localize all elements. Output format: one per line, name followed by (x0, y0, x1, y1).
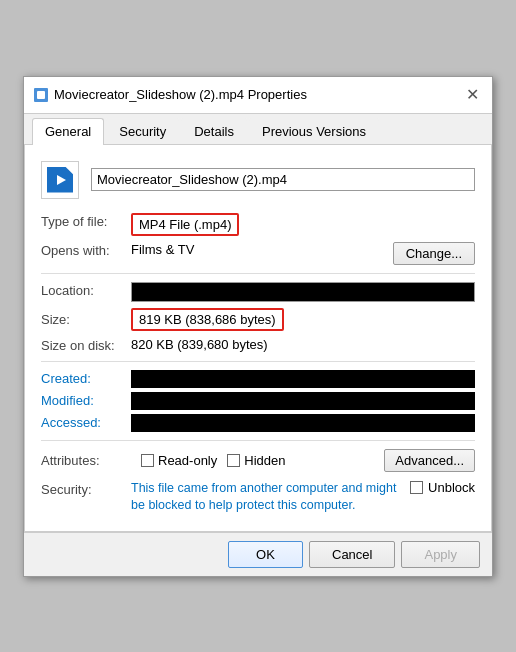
hidden-checkbox-label[interactable]: Hidden (227, 453, 285, 468)
tab-details[interactable]: Details (181, 118, 247, 144)
attributes-row: Attributes: Read-only Hidden Advanced... (41, 449, 475, 472)
footer: OK Cancel Apply (24, 532, 492, 576)
type-label: Type of file: (41, 213, 131, 229)
separator-3 (41, 440, 475, 441)
created-value (131, 370, 475, 388)
cancel-button[interactable]: Cancel (309, 541, 395, 568)
properties-dialog: Moviecreator_Slideshow (2).mp4 Propertie… (23, 76, 493, 577)
accessed-row: Accessed: (41, 414, 475, 432)
readonly-checkbox[interactable] (141, 454, 154, 467)
window-title: Moviecreator_Slideshow (2).mp4 Propertie… (54, 87, 307, 102)
unblock-checkbox[interactable] (410, 481, 423, 494)
tab-previous-versions[interactable]: Previous Versions (249, 118, 379, 144)
dates-section: Created: Modified: Accessed: (41, 370, 475, 432)
file-header (41, 161, 475, 199)
location-bar (131, 282, 475, 302)
change-button[interactable]: Change... (393, 242, 475, 265)
hidden-checkbox[interactable] (227, 454, 240, 467)
advanced-button[interactable]: Advanced... (384, 449, 475, 472)
hidden-label: Hidden (244, 453, 285, 468)
separator-1 (41, 273, 475, 274)
title-bar: Moviecreator_Slideshow (2).mp4 Propertie… (24, 77, 492, 114)
tab-security[interactable]: Security (106, 118, 179, 144)
size-label: Size: (41, 311, 131, 327)
unblock-area: Unblock (410, 480, 475, 495)
accessed-label: Accessed: (41, 415, 131, 430)
window-icon (34, 88, 48, 102)
readonly-checkbox-label[interactable]: Read-only (141, 453, 217, 468)
file-icon (47, 167, 73, 193)
tab-general[interactable]: General (32, 118, 104, 145)
created-row: Created: (41, 370, 475, 388)
ok-button[interactable]: OK (228, 541, 303, 568)
type-row: Type of file: MP4 File (.mp4) (41, 213, 475, 236)
modified-value (131, 392, 475, 410)
modified-label: Modified: (41, 393, 131, 408)
type-value: MP4 File (.mp4) (131, 213, 239, 236)
size-on-disk-row: Size on disk: 820 KB (839,680 bytes) (41, 337, 475, 353)
size-on-disk-value: 820 KB (839,680 bytes) (131, 337, 475, 352)
modified-row: Modified: (41, 392, 475, 410)
apply-button[interactable]: Apply (401, 541, 480, 568)
close-button[interactable]: ✕ (462, 85, 482, 105)
tab-content: Type of file: MP4 File (.mp4) Opens with… (24, 145, 492, 532)
opens-label: Opens with: (41, 242, 131, 258)
attributes-label: Attributes: (41, 452, 131, 468)
security-row: Security: This file came from another co… (41, 480, 475, 515)
opens-value: Films & TV (131, 242, 393, 257)
size-row: Size: 819 KB (838,686 bytes) (41, 308, 475, 331)
size-value: 819 KB (838,686 bytes) (131, 308, 284, 331)
play-icon (57, 175, 66, 185)
security-label: Security: (41, 480, 131, 497)
readonly-label: Read-only (158, 453, 217, 468)
filename-input[interactable] (91, 168, 475, 191)
opens-row: Opens with: Films & TV Change... (41, 242, 475, 265)
location-row: Location: (41, 282, 475, 302)
security-text: This file came from another computer and… (131, 480, 402, 515)
size-on-disk-label: Size on disk: (41, 337, 131, 353)
tab-bar: General Security Details Previous Versio… (24, 114, 492, 145)
unblock-label: Unblock (428, 480, 475, 495)
title-bar-left: Moviecreator_Slideshow (2).mp4 Propertie… (34, 87, 307, 102)
location-label: Location: (41, 282, 131, 298)
accessed-value (131, 414, 475, 432)
file-icon-box (41, 161, 79, 199)
separator-2 (41, 361, 475, 362)
created-label: Created: (41, 371, 131, 386)
